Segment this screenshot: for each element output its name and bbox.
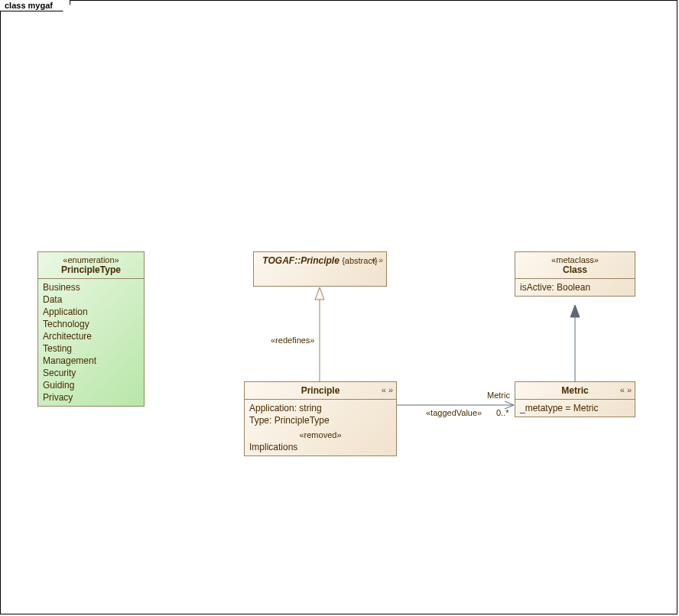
redefines-label: «redefines» (271, 336, 315, 345)
list-item: Guiding (43, 379, 139, 391)
list-item: Application (43, 306, 139, 318)
taggedvalue-label: «taggedValue» (426, 408, 482, 417)
class-body: isActive: Boolean (515, 279, 635, 296)
list-item: Technology (43, 318, 139, 330)
list-item: Architecture (43, 330, 139, 342)
list-item: Management (43, 355, 139, 367)
removed-attribute: Implications (249, 441, 391, 453)
class-metaclass-class: «metaclass» Class isActive: Boolean (515, 251, 635, 297)
class-title: TOGAF::Principle (262, 255, 339, 266)
class-metric: « » Metric _metatype = Metric (515, 381, 635, 417)
attribute: Type: PrincipleType (249, 414, 391, 426)
enum-title: PrincipleType (40, 264, 142, 275)
frame-title: class mygaf (0, 0, 70, 11)
class-title: Metric (517, 385, 633, 396)
attribute: Application: string (249, 402, 391, 414)
stereotype-icon: « » (382, 385, 393, 394)
class-header: « » TOGAF::Principle {abstract} (254, 252, 386, 269)
class-header: «metaclass» Class (515, 252, 635, 279)
stereotype-icon: « » (620, 385, 632, 394)
enum-principletype: «enumeration» PrincipleType Business Dat… (37, 251, 145, 407)
list-item: Business (43, 281, 139, 293)
assoc-end-mult: 0..* (496, 408, 509, 417)
class-title: Class (517, 264, 633, 275)
class-principle: « » Principle Application: string Type: … (244, 381, 397, 456)
metaclass-stereo: «metaclass» (517, 255, 633, 264)
list-item: Privacy (43, 391, 139, 404)
diagram-frame: class mygaf «enumeration» PrincipleType … (0, 0, 677, 614)
enum-header: «enumeration» PrincipleType (38, 252, 144, 279)
class-header: « » Metric (515, 382, 635, 400)
class-togaf-principle: « » TOGAF::Principle {abstract} (253, 251, 387, 287)
attribute: _metatype = Metric (520, 402, 630, 414)
list-item: Data (43, 293, 139, 306)
attribute: isActive: Boolean (520, 281, 630, 293)
class-body: _metatype = Metric (515, 400, 635, 417)
stereotype-icon: « » (372, 255, 383, 264)
enum-stereo: «enumeration» (40, 255, 142, 264)
list-item: Security (43, 367, 139, 379)
class-title: Principle (246, 385, 395, 396)
enum-literals: Business Data Application Technology Arc… (38, 279, 144, 406)
assoc-end-role: Metric (487, 391, 510, 400)
removed-stereo: «removed» (249, 429, 391, 441)
class-header: « » Principle (245, 382, 396, 400)
list-item: Testing (43, 342, 139, 355)
class-body: Application: string Type: PrincipleType … (245, 400, 396, 456)
